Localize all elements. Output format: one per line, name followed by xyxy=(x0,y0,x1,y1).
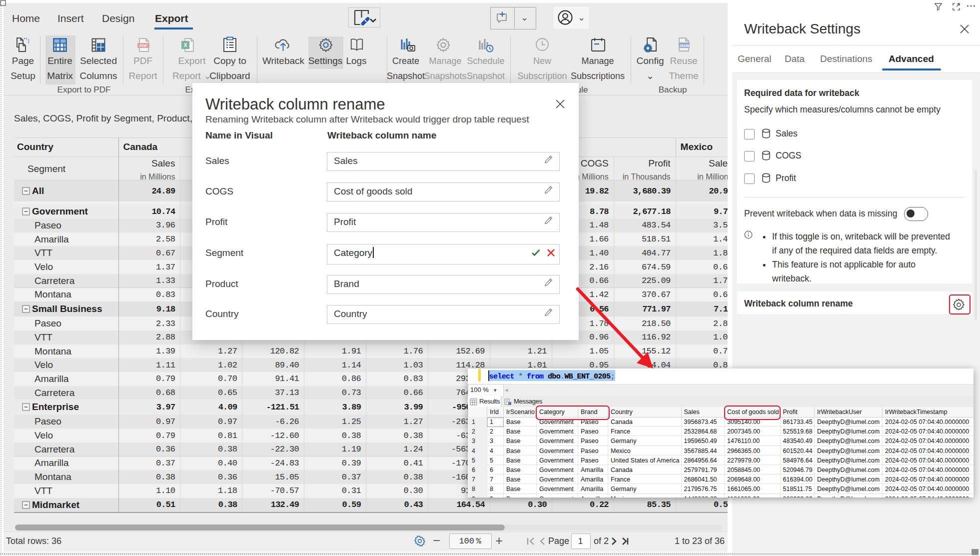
svg-text:PDF: PDF xyxy=(140,44,147,48)
svg-text:JSON: JSON xyxy=(679,44,689,48)
svg-text:X: X xyxy=(184,42,187,48)
